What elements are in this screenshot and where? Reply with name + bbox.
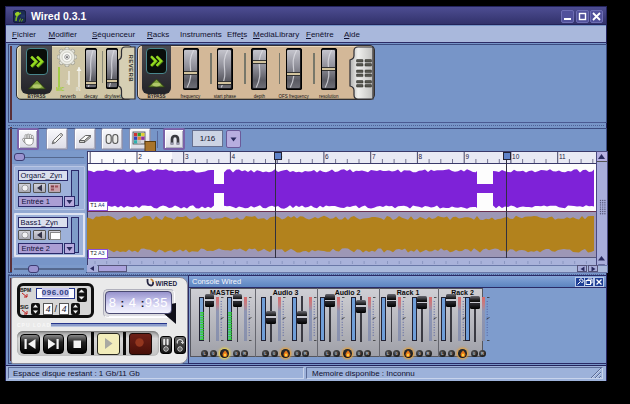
svg-text:WIRED: WIRED <box>156 280 178 287</box>
